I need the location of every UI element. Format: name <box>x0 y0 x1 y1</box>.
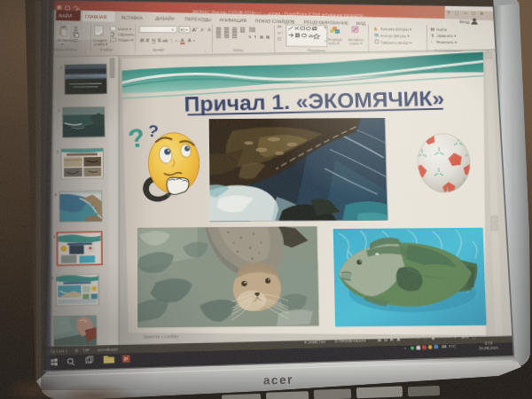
svg-text:acer: acer <box>263 372 294 387</box>
